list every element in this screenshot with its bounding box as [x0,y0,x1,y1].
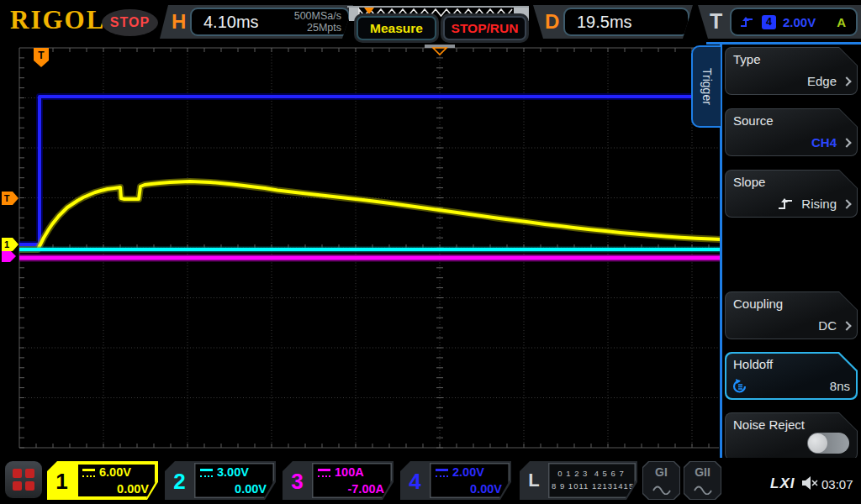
rigol-logo: RIGOL [10,5,105,35]
menu-item-coupling[interactable]: Coupling DC [725,291,858,339]
measure-button[interactable]: Measure [357,16,436,40]
chevron-right-icon [842,138,851,147]
lxi-logo: LXI [770,475,795,492]
trace-ch1-glow [19,181,721,249]
sample-rate-memdepth: 500MSa/s25Mpts [294,10,341,34]
trigger-menu-sidebar: Trigger Type Edge Source CH4 Slope Risin… [689,42,861,504]
rising-edge-icon [738,16,755,29]
channel-1-block[interactable]: 1 6.00V 0.00V [47,461,158,500]
trigger-position-marker[interactable] [425,45,455,55]
horizontal-timebase-block[interactable]: H 4.10ms 500MSa/s25Mpts [160,5,353,39]
dc-coupling-icon [436,469,448,477]
trace-ch1 [19,181,721,249]
grid-icon [13,469,34,491]
svg-text:1: 1 [4,239,9,249]
generator-2-button[interactable]: GII [684,461,721,500]
rotate-knob-icon [732,378,748,394]
svg-text:T: T [4,193,10,203]
trace-ch4-glow [19,97,721,244]
dc-coupling-icon [318,469,330,477]
rising-edge-icon [776,197,795,211]
dc-coupling-icon [200,469,213,477]
generator-1-button[interactable]: GI [642,461,680,500]
waveform-display: T T 1 [0,42,723,458]
channel-3-block[interactable]: 3 100A -7.00A [283,461,394,500]
menu-grid-button[interactable] [5,461,42,498]
menu-item-slope[interactable]: Slope Rising [725,170,858,218]
ch3-level-marker[interactable] [2,250,16,262]
trigger-info-block[interactable]: T 4 2.00V A [698,5,861,39]
d-label: D [545,10,559,34]
trigger-mode-auto: A [837,15,846,29]
menu-item-source[interactable]: Source CH4 [725,108,858,156]
h-label: H [172,10,186,34]
trigger-source-badge: 4 [762,15,776,29]
chevron-right-icon [842,199,851,208]
sine-wave-icon [694,486,712,495]
trace-ch4 [19,97,721,244]
channel-2-block[interactable]: 2 3.00V 0.00V [165,461,276,500]
acquisition-status-badge: STOP [102,9,158,36]
noise-reject-toggle[interactable] [807,433,849,454]
top-bar: RIGOL STOP H 4.10ms 500MSa/s25Mpts Measu… [0,0,861,42]
trigger-level-marker[interactable]: T [2,192,18,205]
t-label: T [710,9,722,34]
ch1-level-marker[interactable]: 1 [2,238,18,251]
sine-wave-icon [652,486,671,495]
oscilloscope-screen: RIGOL STOP H 4.10ms 500MSa/s25Mpts Measu… [0,0,861,504]
channel-4-block[interactable]: 4 2.00V 0.00V [400,461,511,500]
speaker-muted-icon[interactable] [801,476,818,490]
chevron-right-icon [842,321,851,330]
menu-item-noise-reject[interactable]: Noise Reject [725,412,858,460]
chevron-right-icon [842,76,851,86]
menu-item-holdoff[interactable]: Holdoff 8ns [725,352,858,400]
trigger-level-value: 2.00V [783,15,816,29]
menu-item-type[interactable]: Type Edge [725,47,858,95]
dc-coupling-icon [82,469,95,477]
logic-channels-block[interactable]: L 0 1 2 3 4 5 6 7 8 9 1011 12131415 [520,461,637,500]
timebase-value: 4.10ms [203,13,259,32]
toggle-knob [808,433,827,453]
waveform-traces [19,97,721,258]
stop-run-button[interactable]: STOP/RUN [443,16,526,40]
clock: 03:07 [821,477,853,491]
delay-block[interactable]: D 19.5ms [533,5,693,39]
delay-value: 19.5ms [577,13,632,32]
bottom-bar: 1 6.00V 0.00V 2 3.00V 0.00V 3 100A -7.00… [0,458,861,504]
trigger-tab[interactable]: Trigger [691,45,721,128]
svg-text:T: T [38,50,45,61]
trigger-time-marker[interactable]: T [34,48,49,67]
